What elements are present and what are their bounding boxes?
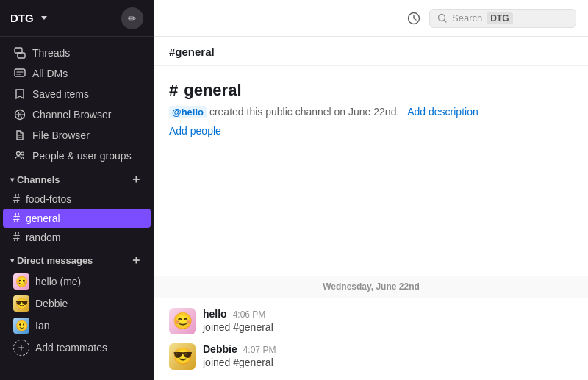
search-workspace-tag: DTG — [487, 12, 512, 24]
history-button[interactable] — [407, 12, 420, 25]
channel-area: #general # general @hello created this p… — [154, 37, 588, 380]
channel-title-bar: #general — [154, 37, 588, 66]
add-teammates-button[interactable]: ＋ Add teammates — [3, 337, 151, 359]
sidebar-item-file-browser[interactable]: File Browser — [3, 125, 151, 146]
channel-hash-icon: # — [13, 212, 20, 225]
main-header: Search DTG — [154, 0, 588, 37]
avatar-debbie: 😎 — [13, 295, 29, 312]
dm-item-debbie[interactable]: 😎 Debbie — [3, 293, 151, 315]
message-content-hello: hello 4:06 PM joined #general — [203, 308, 573, 333]
avatar-debbie-msg: 😎 — [169, 343, 196, 370]
dm-item-ian[interactable]: 🙂 Ian — [3, 315, 151, 337]
channel-hash-large: # — [169, 81, 178, 100]
add-description-link[interactable]: Add description — [407, 106, 478, 118]
message-meta-debbie: Debbie 4:07 PM — [203, 343, 573, 355]
svg-rect-2 — [15, 69, 25, 76]
sidebar-item-threads[interactable]: Threads — [3, 43, 151, 63]
message-time-debbie: 4:07 PM — [243, 345, 276, 355]
channels-section-header[interactable]: ▾ Channels ＋ — [0, 166, 154, 190]
table-row: 😎 Debbie 4:07 PM joined #general — [169, 339, 573, 374]
channel-intro: # general @hello created this public cha… — [154, 66, 588, 276]
message-time-hello: 4:06 PM — [233, 309, 266, 320]
main-content: Search DTG #general # general @hello cre… — [154, 0, 588, 380]
svg-rect-0 — [15, 48, 22, 53]
message-author-debbie: Debbie — [203, 343, 237, 355]
add-teammates-label: Add teammates — [35, 342, 107, 354]
message-meta-hello: hello 4:06 PM — [203, 308, 573, 320]
history-icon — [407, 12, 420, 25]
channels-section-label: Channels — [17, 174, 60, 185]
workspace-name-text: DTG — [10, 12, 34, 24]
dm-chevron-icon: ▾ — [10, 257, 14, 265]
file-browser-label: File Browser — [32, 129, 90, 141]
avatar-hello: 😊 — [13, 273, 29, 290]
table-row: 😊 hello 4:06 PM joined #general — [169, 304, 573, 339]
people-label: People & user groups — [32, 150, 132, 162]
date-divider-text: Wednesday, June 22nd — [323, 282, 420, 292]
message-text-debbie: joined #general — [203, 356, 573, 368]
channel-intro-heading: # general — [169, 81, 573, 100]
sidebar-nav: Threads All DMs Saved items Channel Brow… — [0, 37, 154, 380]
channel-name-general: general — [26, 212, 60, 224]
channel-intro-desc: @hello created this public channel on Ju… — [169, 106, 573, 118]
channel-name-random: random — [26, 232, 60, 243]
date-divider-line-right — [427, 287, 573, 287]
all-dms-label: All DMs — [32, 68, 68, 79]
sidebar: DTG ✏ Threads All DMs Saved item — [0, 0, 154, 380]
channel-item-food-fotos[interactable]: # food-fotos — [3, 190, 151, 209]
channel-intro-name: general — [184, 81, 241, 100]
sidebar-item-people[interactable]: People & user groups — [3, 146, 151, 166]
avatar-ian: 🙂 — [13, 318, 29, 334]
add-dm-button[interactable]: ＋ — [129, 253, 143, 268]
date-divider: Wednesday, June 22nd — [154, 276, 588, 298]
channel-name-food-fotos: food-fotos — [26, 193, 71, 205]
sidebar-header: DTG ✏ — [0, 0, 154, 37]
saved-label: Saved items — [32, 88, 89, 100]
channel-creation-text: created this public channel on June 22nd… — [209, 106, 399, 118]
sidebar-item-channel-browser[interactable]: Channel Browser — [3, 104, 151, 125]
avatar-hello-msg: 😊 — [169, 308, 196, 334]
add-channel-button[interactable]: ＋ — [129, 172, 143, 187]
message-author-hello: hello — [203, 308, 227, 320]
add-circle-icon: ＋ — [13, 340, 29, 356]
add-people-link[interactable]: Add people — [169, 125, 221, 137]
channel-item-general[interactable]: # general — [3, 209, 151, 228]
channel-hash-icon: # — [13, 193, 20, 206]
workspace-name[interactable]: DTG — [10, 12, 47, 24]
sidebar-item-all-dms[interactable]: All DMs — [3, 63, 151, 84]
channel-hash-icon: # — [13, 231, 20, 244]
message-content-debbie: Debbie 4:07 PM joined #general — [203, 343, 573, 368]
channel-browser-label: Channel Browser — [32, 109, 111, 121]
dm-name-ian: Ian — [35, 320, 49, 331]
workspace-chevron-icon — [41, 16, 47, 20]
dm-section-label: Direct messages — [17, 255, 93, 266]
search-placeholder-text: Search — [452, 12, 482, 24]
channel-header-title: #general — [169, 46, 215, 58]
search-bar[interactable]: Search DTG — [429, 9, 576, 28]
sidebar-item-saved[interactable]: Saved items — [3, 84, 151, 104]
threads-label: Threads — [32, 47, 70, 59]
svg-rect-1 — [18, 53, 25, 58]
channels-chevron-icon: ▾ — [10, 176, 14, 184]
messages-list: 😊 hello 4:06 PM joined #general 😎 Debbie… — [154, 298, 588, 380]
svg-point-4 — [17, 152, 21, 156]
svg-point-5 — [21, 152, 24, 155]
dm-name-debbie: Debbie — [35, 298, 68, 309]
dm-section-header[interactable]: ▾ Direct messages ＋ — [0, 247, 154, 270]
compose-icon: ✏ — [128, 12, 137, 24]
search-icon — [437, 13, 448, 24]
dm-item-hello[interactable]: 😊 hello (me) — [3, 270, 151, 293]
file-browser-icon — [13, 129, 26, 142]
saved-icon — [13, 87, 26, 101]
channel-item-random[interactable]: # random — [3, 228, 151, 247]
dm-name-hello: hello (me) — [35, 276, 81, 287]
channel-browser-icon — [13, 108, 26, 121]
compose-button[interactable]: ✏ — [121, 7, 143, 29]
message-text-hello: joined #general — [203, 321, 573, 333]
all-dms-icon — [13, 67, 26, 80]
channel-creator-mention[interactable]: @hello — [169, 106, 207, 118]
people-icon — [13, 149, 26, 162]
threads-icon — [13, 46, 26, 60]
date-divider-line-left — [169, 287, 315, 287]
